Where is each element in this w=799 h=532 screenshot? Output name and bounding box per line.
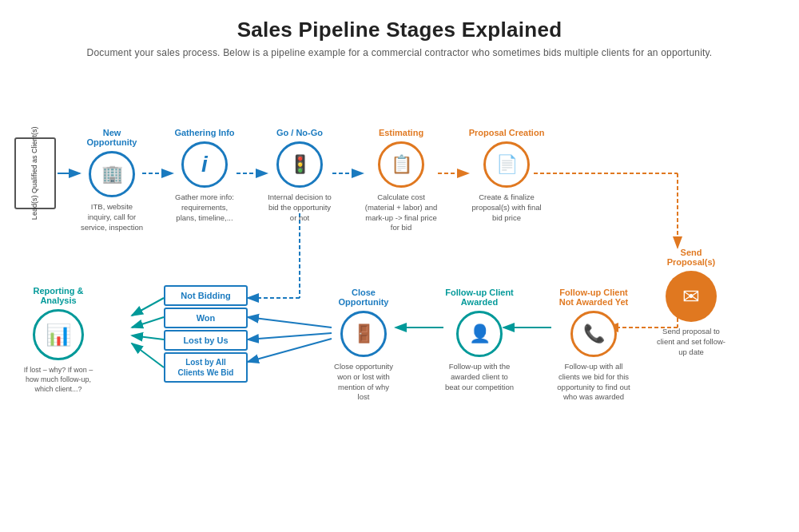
reporting-label: Reporting & Analysis [22,286,94,305]
desc-followup-awarded: Follow-up with the awarded client to bea… [443,362,515,392]
svg-line-15 [248,339,332,362]
circle-new-opportunity: 🏢 [89,151,135,197]
stage-label-followup-not-awarded: Follow-up Client Not Awarded Yet [555,288,632,307]
icon-followup-awarded: 👤 [469,324,491,344]
svg-line-13 [248,317,332,328]
svg-line-16 [132,317,164,328]
icon-close-opportunity: 🚪 [353,324,375,344]
icon-reporting: 📊 [46,323,71,347]
reporting-circle: 📊 [33,309,84,360]
send-proposal-label: Send Proposal(s) [655,248,727,267]
stage-label-go-nogo: Go / No-Go [267,128,332,137]
stage-label-proposal-creation: Proposal Creation [468,128,545,137]
lead-box-text: Lead(s) Qualified as Client(s) [30,127,40,220]
reporting-section: Reporting & Analysis 📊 If lost – why? If… [22,286,94,394]
send-proposal-section: Send Proposal(s) ✉ Send proposal to clie… [655,248,727,357]
icon-go-nogo: 🚦 [289,154,311,175]
send-proposal-circle: ✉ [666,271,717,322]
stage-label-gathering-info: Gathering Info [173,128,237,137]
diagram-area: Lead(s) Qualified as Client(s) New Oppor… [0,88,799,532]
circle-gathering-info: i [181,141,228,188]
desc-followup-not-awarded: Follow-up with all clients we bid for th… [555,362,632,403]
svg-line-18 [132,343,164,367]
circle-close-opportunity: 🚪 [340,311,387,357]
stage-followup-not-awarded: Follow-up Client Not Awarded Yet 📞 Follo… [555,288,632,403]
outcome-lost-by-us: Lost by Us [164,330,248,351]
stage-label-close-opportunity: Close Opportunity [332,288,396,307]
desc-go-nogo: Internal decision to bid the opportunity… [267,193,332,223]
stage-estimating: Estimating 📋 Calculate cost (material + … [363,128,439,233]
circle-followup-not-awarded: 📞 [570,311,617,357]
stage-proposal-creation: Proposal Creation 📄 Create & finalize pr… [468,128,545,223]
icon-estimating: 📋 [391,154,412,175]
desc-new-opportunity: ITB, website inquiry, call for service, … [80,202,144,232]
icon-new-opportunity: 🏢 [101,164,123,185]
desc-estimating: Calculate cost (material + labor) and ma… [363,193,439,233]
stage-label-estimating: Estimating [363,128,439,137]
circle-followup-awarded: 👤 [456,311,503,357]
desc-gathering-info: Gather more info: requirements, plans, t… [173,193,237,223]
icon-followup-not-awarded: 📞 [583,324,605,344]
icon-gathering-info: i [201,152,208,177]
svg-line-14 [248,333,332,339]
stage-go-nogo: Go / No-Go 🚦 Internal decision to bid th… [267,128,332,223]
stage-followup-awarded: Follow-up Client Awarded 👤 Follow-up wit… [443,288,515,392]
page: Sales Pipeline Stages Explained Document… [0,0,799,532]
stage-label-new-opportunity: New Opportunity [80,128,144,147]
icon-send-proposal: ✉ [682,284,700,309]
svg-line-17 [132,335,164,339]
desc-send-proposal: Send proposal to client and set follow-u… [655,327,727,357]
icon-proposal-creation: 📄 [496,154,518,175]
svg-line-19 [132,298,164,316]
lead-box: Lead(s) Qualified as Client(s) [14,137,56,209]
stage-label-followup-awarded: Follow-up Client Awarded [443,288,515,307]
subtitle: Document your sales process. Below is a … [0,47,799,58]
stage-close-opportunity: Close Opportunity 🚪 Close opportunity wo… [332,288,396,403]
stage-new-opportunity: New Opportunity 🏢 ITB, website inquiry, … [80,128,144,232]
circle-go-nogo: 🚦 [276,141,323,188]
main-title: Sales Pipeline Stages Explained [0,18,799,42]
outcome-not-bidding: Not Bidding [164,285,248,306]
outcome-won: Won [164,308,248,328]
circle-proposal-creation: 📄 [483,141,530,188]
stage-gathering-info: Gathering Info i Gather more info: requi… [173,128,237,223]
title-section: Sales Pipeline Stages Explained Document… [0,0,799,58]
outcome-lost-by-all: Lost by All Clients We Bid [164,352,248,383]
circle-estimating: 📋 [378,141,424,188]
desc-close-opportunity: Close opportunity won or lost with menti… [332,362,396,403]
desc-proposal-creation: Create & finalize proposal(s) with final… [468,193,545,223]
desc-reporting: If lost – why? If won – how much follow-… [22,365,94,394]
